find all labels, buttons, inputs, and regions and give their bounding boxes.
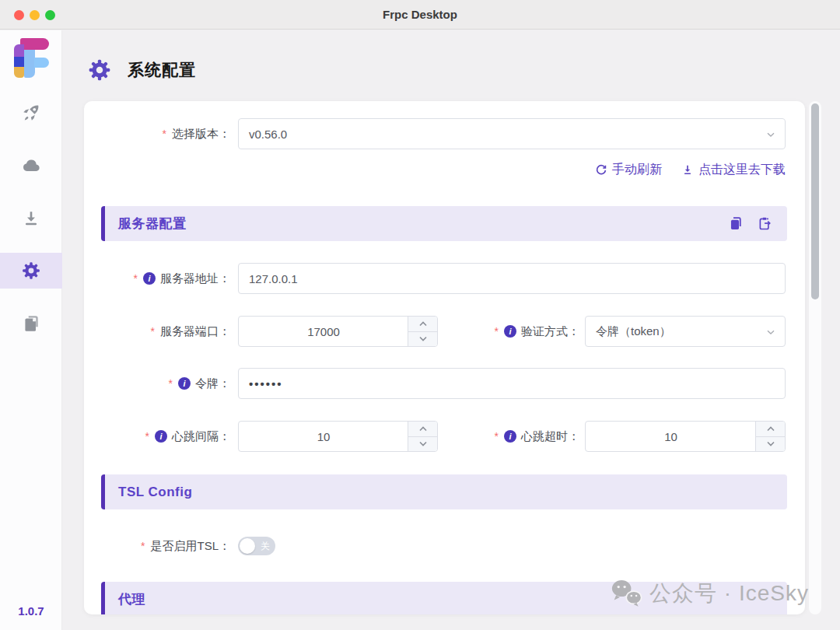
auth-method-value: 令牌（token） [596, 324, 671, 339]
spinner-down-button[interactable] [408, 436, 437, 452]
info-icon[interactable]: i [504, 430, 516, 443]
page-title: 系统配置 [128, 59, 196, 81]
interval-spinner [408, 422, 437, 451]
app-version: 1.0.7 [0, 604, 62, 618]
wechat-icon [610, 579, 642, 608]
close-window-button[interactable] [14, 10, 24, 20]
timeout-spinner [755, 422, 785, 451]
version-select[interactable]: v0.56.0 [238, 118, 786, 149]
token-label: * i 令牌： [84, 376, 230, 391]
server-section-title: 服务器配置 [118, 215, 728, 233]
toggle-knob [240, 538, 255, 554]
cloud-icon [21, 156, 41, 176]
window-titlebar: Frpc Desktop [0, 0, 840, 30]
info-icon[interactable]: i [178, 377, 191, 390]
heartbeat-interval-label: * i 心跳间隔： [84, 429, 230, 444]
token-input[interactable] [238, 368, 786, 399]
scrollbar-track[interactable] [809, 101, 821, 614]
tsl-section-title: TSL Config [118, 485, 773, 500]
version-select-value: v0.56.0 [249, 128, 287, 141]
refresh-icon [594, 163, 608, 177]
minimize-window-button[interactable] [30, 10, 40, 20]
gear-icon [21, 261, 41, 281]
settings-card: * 选择版本： v0.56.0 手动刷新 点击这里去下载 服务器配置 [84, 101, 805, 614]
chevron-down-icon [765, 326, 777, 338]
zoom-window-button[interactable] [45, 10, 55, 20]
tsl-enable-label: * 是否启用TSL： [84, 539, 230, 554]
sidebar-item-download[interactable] [0, 201, 62, 236]
heartbeat-row: * i 心跳间隔： * i 心跳超时： [84, 421, 805, 452]
heartbeat-timeout-value[interactable] [586, 422, 756, 451]
version-label: * 选择版本： [84, 127, 230, 142]
documents-icon [21, 313, 41, 334]
window-title: Frpc Desktop [0, 0, 840, 29]
rocket-icon [21, 103, 41, 123]
token-row: * i 令牌： [84, 368, 805, 399]
sidebar-item-online[interactable] [0, 148, 62, 184]
spinner-up-button[interactable] [408, 422, 437, 436]
download-arrow-icon [681, 163, 695, 177]
version-row: * 选择版本： v0.56.0 [84, 118, 805, 149]
server-address-input[interactable] [238, 263, 786, 294]
auth-method-select[interactable]: 令牌（token） [585, 316, 786, 347]
spinner-up-button[interactable] [756, 422, 785, 436]
sidebar-item-launch[interactable] [0, 95, 62, 131]
chevron-down-icon [765, 128, 777, 141]
app-logo [11, 38, 51, 79]
spinner-down-button[interactable] [756, 436, 785, 452]
server-port-label: * 服务器端口： [84, 324, 230, 339]
watermark-text: 公众号 · IceSky [649, 579, 809, 608]
sidebar-item-logs[interactable] [0, 306, 62, 341]
auth-method-label: * i 验证方式： [438, 324, 579, 339]
page-header: 系统配置 [87, 55, 196, 85]
download-icon [21, 208, 41, 229]
scrollbar-thumb[interactable] [811, 103, 819, 299]
settings-gear-icon [87, 58, 112, 82]
info-icon[interactable]: i [155, 430, 167, 443]
tsl-section-header: TSL Config [101, 474, 787, 509]
spinner-down-button[interactable] [408, 331, 437, 347]
server-port-input[interactable] [238, 316, 438, 347]
server-section-header: 服务器配置 [101, 206, 787, 241]
server-address-row: * i 服务器地址： [84, 263, 805, 294]
heartbeat-interval-input[interactable] [238, 421, 438, 452]
sidebar: 1.0.7 [0, 30, 62, 630]
sidebar-item-settings[interactable] [0, 253, 62, 289]
toggle-state-label: 关 [261, 537, 270, 555]
manual-refresh-link[interactable]: 手动刷新 [594, 162, 662, 178]
copy-config-icon[interactable] [728, 215, 744, 232]
heartbeat-timeout-label: * i 心跳超时： [438, 429, 579, 444]
watermark: 公众号 · IceSky [610, 579, 809, 608]
port-spinner [408, 317, 437, 346]
required-marker: * [163, 128, 166, 140]
download-here-link[interactable]: 点击这里去下载 [681, 162, 786, 178]
spinner-up-button[interactable] [408, 317, 437, 331]
info-icon[interactable]: i [504, 325, 516, 338]
server-port-value[interactable] [239, 317, 408, 346]
info-icon[interactable]: i [143, 272, 156, 285]
tsl-toggle-row: * 是否启用TSL： 关 [84, 530, 805, 562]
heartbeat-interval-value[interactable] [239, 422, 408, 451]
export-config-icon[interactable] [757, 215, 773, 232]
heartbeat-timeout-input[interactable] [585, 421, 786, 452]
tsl-toggle[interactable]: 关 [238, 537, 275, 555]
version-actions: 手动刷新 点击这里去下载 [594, 162, 786, 178]
server-address-label: * i 服务器地址： [84, 271, 230, 286]
server-port-row: * 服务器端口： * i 验证方式： 令牌（token） [84, 316, 805, 347]
